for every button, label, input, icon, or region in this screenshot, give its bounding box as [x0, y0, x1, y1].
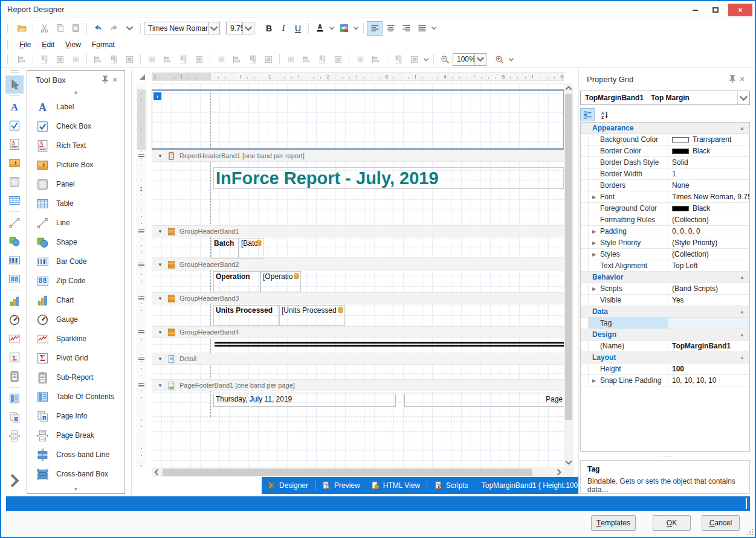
collapse-icon[interactable]: ▲ [740, 126, 749, 131]
toolbox-item-panel[interactable]: Panel [27, 175, 124, 194]
zoom-in-icon[interactable] [491, 52, 507, 66]
band-strip-groupheaderband1[interactable]: ▼GroupHeaderBand1 [152, 225, 564, 237]
menu-file[interactable]: File [14, 39, 36, 51]
expand-icon[interactable]: ▶ [592, 252, 596, 257]
collapse-icon[interactable]: ▼ [158, 356, 164, 362]
align-left-edges-icon[interactable] [36, 52, 52, 66]
ok-button[interactable]: OK [653, 515, 691, 531]
toolbar-grip[interactable] [7, 24, 10, 33]
property-value[interactable]: Times New Roman, 9.75pt [668, 191, 749, 202]
strip-gauge-icon[interactable] [5, 311, 24, 329]
property-value[interactable]: Yes [668, 295, 749, 306]
toolbox-scroll-up-icon[interactable]: ▲ [27, 89, 124, 97]
menubar-grip[interactable] [7, 40, 10, 50]
expand-icon[interactable]: ▶ [592, 229, 596, 234]
property-value[interactable] [668, 318, 749, 328]
property-row-text-alignment[interactable]: Text AlignmentTop Left [581, 260, 749, 272]
band-strip-detail[interactable]: ▼Detail [152, 353, 564, 365]
property-row-scripts[interactable]: ▶Scripts(Band Scripts) [581, 283, 749, 295]
toolbox-scroll-down-icon[interactable]: ▼ [27, 487, 124, 492]
toolbox-item-page-break[interactable]: Page Break [27, 426, 124, 445]
property-value[interactable]: (Style Priority) [668, 237, 749, 248]
strip-page-info-icon[interactable]: i [5, 408, 24, 426]
toolbox-item-picture-box[interactable]: Picture Box [27, 155, 124, 175]
band-resize-handle[interactable] [138, 330, 144, 333]
collapse-icon[interactable]: ▲ [740, 332, 749, 338]
property-row-border-width[interactable]: Border Width1 [581, 168, 749, 180]
collapse-icon[interactable]: ▼ [158, 383, 164, 388]
batch-caption-cell[interactable]: Batch [212, 238, 239, 258]
category-layout[interactable]: Layout▲ [581, 352, 749, 363]
collapse-icon[interactable]: ▼ [158, 330, 164, 335]
underline-button[interactable]: U [291, 21, 305, 36]
report-title-label[interactable]: InForce Report - July, 2019 [213, 167, 564, 189]
resize-grip[interactable] [746, 528, 753, 535]
toolbox-item-sparkline[interactable]: Sparkline [27, 329, 124, 348]
property-value[interactable]: 10, 10, 10, 10 [668, 375, 749, 386]
paste-icon[interactable] [68, 21, 83, 36]
collapse-icon[interactable]: ▼ [158, 262, 164, 267]
zoom-chevron-icon[interactable] [507, 52, 515, 66]
remove-vertical-spacing-icon[interactable] [330, 52, 346, 66]
band-resize-handle[interactable] [138, 296, 144, 299]
redo-icon[interactable] [106, 21, 121, 36]
strip-zip-code-icon[interactable]: 88 [5, 270, 24, 288]
operation-field-cell[interactable]: [Operatio [260, 271, 301, 292]
font-color-icon[interactable]: A [312, 21, 328, 36]
horizontal-scrollbar[interactable] [152, 467, 564, 477]
band-strip-reportheaderband1[interactable]: ▼ReportHeaderBand1 [one band per report] [152, 150, 564, 162]
highlight-chevron-icon[interactable] [352, 21, 360, 36]
font-size-combo[interactable]: 9.75 [226, 22, 254, 34]
collapse-icon[interactable]: ▼ [158, 153, 164, 159]
undo-dropdown-chevron-icon[interactable] [121, 21, 137, 36]
bold-button[interactable]: B [262, 21, 276, 36]
vertical-ruler[interactable]: 11 [136, 83, 147, 467]
align-right-button[interactable] [398, 21, 414, 36]
categorized-view-icon[interactable] [580, 108, 595, 121]
remove-horizontal-spacing-icon[interactable] [260, 52, 276, 66]
collapse-icon[interactable]: ▲ [740, 355, 749, 360]
units-field-cell[interactable]: [Units Processed [279, 305, 345, 326]
property-row-border-color[interactable]: Border ColorBlack [581, 146, 749, 157]
category-data[interactable]: Data▲ [581, 306, 749, 318]
open-icon[interactable] [14, 21, 30, 36]
property-value[interactable]: 100 [668, 363, 749, 374]
tab-designer[interactable]: Designer [262, 477, 314, 494]
toolbox-item-shape[interactable]: Shape [27, 232, 124, 252]
footer-date-cell[interactable]: Thursday, July 11, 2019 [213, 394, 396, 407]
make-same-width-icon[interactable] [144, 52, 160, 66]
collapse-icon[interactable]: ▼ [158, 229, 164, 234]
align-left-button[interactable] [367, 21, 383, 36]
category-behavior[interactable]: Behavior▲ [581, 272, 749, 283]
vertical-scroll-thumb[interactable] [565, 94, 572, 420]
scroll-left-icon[interactable] [152, 467, 161, 477]
band-strip-pagefooterband1[interactable]: ▼PageFooterBand1 [one band per page] [152, 379, 564, 391]
property-value[interactable]: (Collection) [668, 214, 749, 225]
undo-icon[interactable] [90, 21, 106, 36]
toolbox-item-check-box[interactable]: Check Box [27, 117, 124, 136]
band-resize-handle[interactable] [138, 154, 144, 157]
property-row-formatting-rules[interactable]: Formatting Rules(Collection) [581, 214, 749, 226]
align-bottom-edges-icon[interactable] [121, 52, 137, 66]
zoom-out-icon[interactable] [437, 52, 453, 66]
align-top-edges-icon[interactable] [90, 52, 106, 66]
property-row-foreground-color[interactable]: Foreground ColorBlack [581, 203, 749, 214]
minimize-button[interactable] [685, 4, 705, 16]
band-strip-groupheaderband2[interactable]: ▼GroupHeaderBand2 [152, 258, 564, 271]
property-row-padding[interactable]: ▶Padding0, 0, 0, 0 [581, 226, 749, 237]
property-row-height[interactable]: Height100 [581, 363, 749, 375]
selected-object-combo[interactable]: TopMarginBand1Top Margin [580, 91, 750, 105]
toolbox-item-table[interactable]: Table [27, 194, 124, 213]
batch-field-cell[interactable]: [Batc [239, 238, 263, 258]
toolbox-item-zip-code[interactable]: 88Zip Code [27, 271, 124, 290]
close-icon[interactable]: ✕ [110, 75, 120, 85]
order-chevron-icon[interactable] [422, 52, 430, 66]
strip-page-break-icon[interactable] [5, 427, 24, 445]
property-value[interactable]: TopMarginBand1 [668, 341, 749, 351]
top-margin-band[interactable]: › [152, 89, 564, 150]
strip-panel-icon[interactable] [5, 173, 24, 191]
increase-vertical-spacing-icon[interactable] [299, 52, 314, 66]
property-value[interactable]: Transparent [668, 134, 749, 145]
property-row--name-[interactable]: (Name)TopMarginBand1 [581, 341, 749, 352]
horizontal-ruler[interactable]: 1123456 [152, 72, 564, 81]
